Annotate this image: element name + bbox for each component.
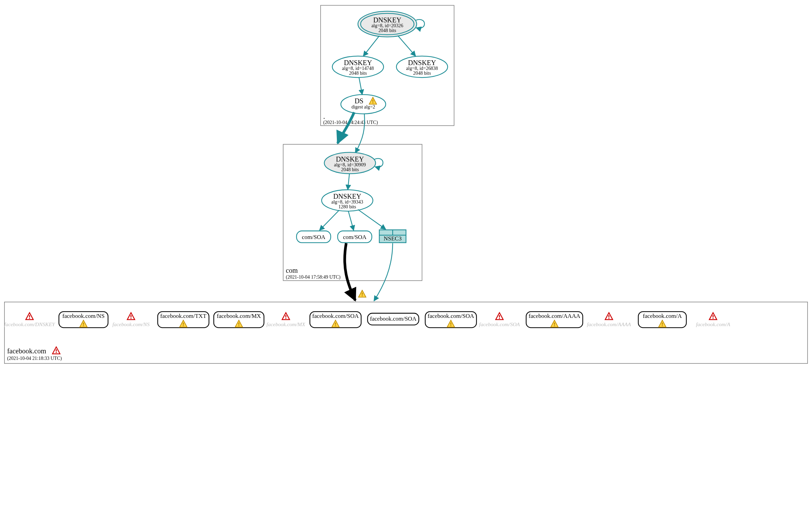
node-com-soa1[interactable]: com/SOA [297,231,331,242]
node-root-ksk-l1: alg=8, id=20326 [371,23,403,28]
svg-text:DNSKEY: DNSKEY [344,59,372,66]
svg-text:NSEC3: NSEC3 [384,235,402,242]
leaf-fb-ns[interactable]: facebook.com/NS [59,312,108,328]
leaf-fb-soa-1[interactable]: facebook.com/SOA [310,312,361,328]
svg-text:DNSKEY: DNSKEY [408,59,436,66]
zone-com-label: com [286,267,298,274]
error-icon [496,313,503,320]
svg-text:facebook.com/MX: facebook.com/MX [217,313,261,319]
node-root-zsk2[interactable]: DNSKEY alg=8, id=26838 2048 bits [396,56,448,77]
edge-rzsk1-ds [359,77,362,95]
svg-text:alg=8, id=14748: alg=8, id=14748 [342,66,374,71]
svg-text:DNSKEY: DNSKEY [336,155,364,163]
svg-text:facebook.com/AAAA: facebook.com/AAAA [528,313,580,319]
node-root-ksk[interactable]: DNSKEY alg=8, id=20326 2048 bits [358,11,417,37]
leaf-fb-ns-faded[interactable]: facebook.com/NS [113,321,150,327]
edge-rksk-rzsk2 [398,36,416,56]
svg-text:1280 bits: 1280 bits [338,204,356,209]
edge-com-to-fb-deleg [345,243,355,300]
edge-comzsk-soa2 [348,211,354,230]
leaf-fb-dnskey[interactable]: facebook.com/DNSKEY [4,321,56,327]
node-com-soa2[interactable]: com/SOA [338,231,372,242]
svg-text:com/SOA: com/SOA [302,234,325,240]
leaf-fb-mx-faded[interactable]: facebook.com/MX [267,321,306,327]
leaf-fb-soa-2[interactable]: facebook.com/SOA [367,313,419,325]
node-com-nsec3[interactable]: NSEC3 [379,230,406,242]
leaf-fb-txt[interactable]: facebook.com/TXT [158,312,209,328]
leaf-fb-a-faded[interactable]: facebook.com/A [696,321,730,327]
error-icon [127,313,135,320]
error-icon [26,313,33,320]
node-root-zsk1[interactable]: DNSKEY alg=8, id=14748 2048 bits [332,56,384,77]
warning-icon [359,290,366,297]
leaf-fb-aaaa-faded[interactable]: facebook.com/AAAA [587,321,631,327]
svg-text:2048 bits: 2048 bits [349,71,367,76]
edge-root-to-com [338,112,354,143]
svg-text:alg=8, id=26838: alg=8, id=26838 [406,66,438,71]
node-root-ksk-l2: 2048 bits [378,28,396,33]
svg-text:facebook.com/A: facebook.com/A [643,313,682,319]
edge-rksk-rzsk1 [363,36,380,56]
node-com-zsk[interactable]: DNSKEY alg=8, id=39343 1280 bits [322,190,373,211]
node-root-ds[interactable]: DS digest alg=2 [341,95,386,114]
svg-text:alg=8, id=30909: alg=8, id=30909 [334,162,366,167]
error-icon [709,313,717,320]
svg-text:facebook.com/SOA: facebook.com/SOA [370,315,417,322]
svg-text:DNSKEY: DNSKEY [333,193,361,200]
edge-comzsk-nsec3 [358,209,386,229]
edge-comzsk-soa1 [320,210,339,230]
edge-comksk-comzsk [348,174,350,190]
svg-text:com/SOA: com/SOA [343,234,367,240]
node-root-ksk-title: DNSKEY [373,16,402,24]
svg-text:2048 bits: 2048 bits [413,71,431,76]
leaf-fb-a[interactable]: facebook.com/A [638,312,686,328]
zone-fb-label: facebook.com [7,347,46,355]
zone-root-label: . [323,113,325,120]
node-com-ksk[interactable]: DNSKEY alg=8, id=30909 2048 bits [324,152,376,174]
svg-text:2048 bits: 2048 bits [341,167,359,172]
svg-text:facebook.com/SOA: facebook.com/SOA [428,313,474,319]
svg-text:alg=8, id=39343: alg=8, id=39343 [331,199,363,205]
error-icon [53,347,60,354]
zone-fb-box [4,302,808,363]
leaf-fb-mx[interactable]: facebook.com/MX [214,312,264,328]
zone-com-timestamp: (2021-10-04 17:58:49 UTC) [286,274,341,280]
svg-text:facebook.com/TXT: facebook.com/TXT [160,313,207,319]
edge-nsec3-to-fb [374,243,393,301]
svg-text:facebook.com/NS: facebook.com/NS [62,313,105,319]
error-icon [282,313,290,320]
leaf-fb-aaaa[interactable]: facebook.com/AAAA [526,312,583,328]
leaf-fb-soa-faded[interactable]: facebook.com/SOA [479,321,520,327]
dnssec-graph: . (2021-10-04 14:24:43 UTC) DNSKEY alg=8… [0,0,812,519]
svg-text:facebook.com/SOA: facebook.com/SOA [312,313,359,319]
svg-text:digest alg=2: digest alg=2 [351,104,375,110]
leaf-fb-soa-3[interactable]: facebook.com/SOA [425,312,477,328]
error-icon [605,313,613,320]
zone-fb-timestamp: (2021-10-04 21:18:33 UTC) [7,356,62,361]
svg-text:DS: DS [355,97,364,105]
